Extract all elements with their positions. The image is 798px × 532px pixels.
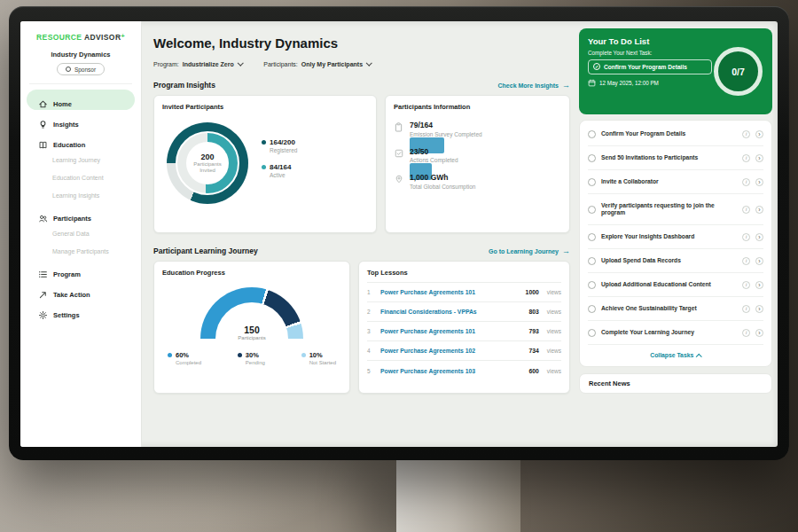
task-checkbox[interactable]	[588, 305, 596, 313]
lesson-link[interactable]: Power Purchase Agreements 101	[380, 289, 520, 295]
sidebar-item-label: Education Content	[52, 175, 104, 181]
task-checkbox[interactable]	[588, 178, 596, 186]
go-to-learning-journey-link[interactable]: Go to Learning Journey →	[489, 246, 570, 255]
card-title: Top Lessons	[367, 269, 561, 283]
arrow-right-icon: →	[562, 246, 570, 255]
chevron-right-icon[interactable]: ›	[755, 305, 763, 313]
sponsor-badge: Sponsor	[57, 63, 105, 75]
task-row-confirm-program[interactable]: Confirm Your Program Details i ›	[588, 122, 763, 146]
task-row-upload-educational-content[interactable]: Upload Additional Educational Content i …	[588, 273, 763, 297]
main-content: Welcome, Industry Dynamics Program: Indu…	[142, 21, 579, 447]
info-icon[interactable]: i	[742, 154, 750, 162]
lesson-link[interactable]: Power Purchase Agreements 101	[380, 328, 522, 334]
task-label: Upload Spend Data Records	[601, 257, 737, 265]
sidebar-item-education-content[interactable]: Education Content	[27, 168, 135, 186]
chevron-right-icon[interactable]: ›	[755, 206, 763, 214]
task-row-invite-collaborator[interactable]: Invite a Collaborator i ›	[588, 170, 763, 194]
people-icon	[38, 214, 48, 223]
todo-summary-card: Your To Do List Complete Your Next Task:…	[579, 28, 772, 114]
sidebar-item-insights[interactable]: Insights	[27, 110, 135, 130]
lesson-link[interactable]: Power Purchase Agreements 102	[380, 348, 522, 354]
sidebar-item-learning-insights[interactable]: Learning Insights	[27, 186, 135, 204]
lesson-row: 4 Power Purchase Agreements 102 734 view…	[367, 341, 561, 361]
chevron-right-icon[interactable]: ›	[755, 130, 763, 138]
task-row-verify-participants[interactable]: Verify participants requesting to join t…	[588, 194, 763, 225]
task-checkbox[interactable]	[588, 233, 596, 241]
sidebar-item-manage-participants[interactable]: Manage Participants	[27, 242, 135, 260]
todo-tasks-card: Confirm Your Program Details i › Send 50…	[579, 120, 772, 367]
lesson-row: 5 Power Purchase Agreements 103 600 view…	[367, 361, 561, 380]
lesson-rank: 4	[367, 348, 374, 354]
lesson-views: 793	[528, 328, 538, 334]
info-icon[interactable]: i	[742, 329, 750, 337]
card-title: Invited Participants	[162, 103, 368, 111]
chevron-right-icon[interactable]: ›	[755, 281, 763, 289]
task-checkbox[interactable]	[588, 130, 596, 138]
task-checkbox[interactable]	[588, 281, 596, 289]
lesson-views-unit: views	[547, 348, 561, 354]
task-label: Explore Your Insights Dashboard	[601, 233, 737, 241]
participants-dropdown[interactable]: Participants: Only My Participants	[263, 61, 371, 67]
task-label: Achieve One Sustainability Target	[601, 305, 737, 313]
gauge-center-value: 150	[200, 325, 303, 335]
next-task-label: Confirm Your Program Details	[604, 64, 687, 70]
task-row-achieve-sustainability-target[interactable]: Achieve One Sustainability Target i ›	[588, 297, 763, 321]
info-icon[interactable]: i	[742, 178, 750, 186]
sidebar-item-general-data[interactable]: General Data	[27, 224, 135, 242]
sidebar-item-settings[interactable]: Settings	[27, 301, 135, 321]
chevron-right-icon[interactable]: ›	[755, 178, 763, 186]
task-row-send-invitations[interactable]: Send 50 Invitations to Participants i ›	[588, 146, 763, 170]
gauge-center: 150 Participants	[200, 325, 303, 340]
sidebar-item-education[interactable]: Education	[27, 130, 135, 151]
program-dropdown[interactable]: Program: Industrialize Zero	[153, 61, 242, 67]
chevron-right-icon[interactable]: ›	[755, 329, 763, 337]
sidebar-item-label: Participants	[53, 215, 91, 223]
sidebar-item-take-action[interactable]: Take Action	[27, 280, 135, 301]
next-task-box[interactable]: ✓ Confirm Your Program Details	[588, 59, 712, 74]
scene: RESOURCE ADVISOR+ Industry Dynamics Spon…	[0, 0, 798, 532]
task-row-complete-learning-journey[interactable]: Complete Your Learning Journey i ›	[588, 321, 763, 345]
collapse-label: Collapse Tasks	[650, 352, 693, 358]
task-checkbox[interactable]	[588, 257, 596, 265]
sidebar-item-program[interactable]: Program	[27, 260, 135, 280]
task-row-upload-spend-data[interactable]: Upload Spend Data Records i ›	[588, 249, 763, 273]
lesson-link[interactable]: Power Purchase Agreements 103	[380, 368, 522, 374]
gauge-center-label: Participants	[200, 335, 303, 340]
donut-legend: 164/200 Registered 84/164 Active	[262, 138, 297, 188]
legend-dot	[168, 353, 172, 357]
stat-value: 1,000 GWh	[410, 173, 475, 182]
check-more-insights-link[interactable]: Check More Insights →	[498, 81, 570, 90]
stat-label: Total Global Consumption	[410, 184, 475, 190]
info-icon[interactable]: i	[742, 206, 750, 214]
sidebar-item-learning-journey[interactable]: Learning Journey	[27, 151, 135, 168]
sidebar-item-home[interactable]: Home	[27, 90, 135, 110]
chevron-right-icon[interactable]: ›	[755, 233, 763, 241]
info-icon[interactable]: i	[742, 233, 750, 241]
info-icon[interactable]: i	[742, 130, 750, 138]
task-row-explore-insights[interactable]: Explore Your Insights Dashboard i ›	[588, 225, 763, 249]
due-date-label: 12 May 2025, 12:00 PM	[599, 80, 659, 86]
lesson-link[interactable]: Financial Considerations - VPPAs	[380, 309, 522, 315]
task-checkbox[interactable]	[588, 329, 596, 337]
info-icon[interactable]: i	[742, 305, 750, 313]
sidebar-nav: Home Insights Education Learning Journey	[20, 90, 141, 321]
legend-dot	[301, 353, 306, 357]
info-icon[interactable]: i	[742, 257, 750, 265]
lesson-rank: 1	[367, 289, 374, 295]
chevron-right-icon[interactable]: ›	[755, 154, 763, 162]
collapse-tasks-link[interactable]: Collapse Tasks	[588, 345, 763, 364]
chevron-right-icon[interactable]: ›	[755, 257, 763, 265]
legend-label: Completed	[176, 360, 201, 365]
lesson-views: 734	[528, 348, 538, 354]
screen: RESOURCE ADVISOR+ Industry Dynamics Spon…	[20, 21, 778, 447]
stat-emission-survey: 79/164 Emission Survey Completed	[394, 121, 561, 137]
chevron-up-icon	[696, 354, 701, 359]
info-icon[interactable]: i	[742, 281, 750, 289]
task-checkbox[interactable]	[588, 154, 596, 162]
task-checkbox[interactable]	[588, 206, 596, 214]
app-logo: RESOURCE ADVISOR+	[20, 33, 141, 42]
lesson-views-unit: views	[547, 289, 561, 295]
sidebar-item-participants[interactable]: Participants	[27, 204, 135, 224]
filter-label: Program:	[153, 61, 179, 67]
legend-value: 164/200	[270, 138, 295, 146]
